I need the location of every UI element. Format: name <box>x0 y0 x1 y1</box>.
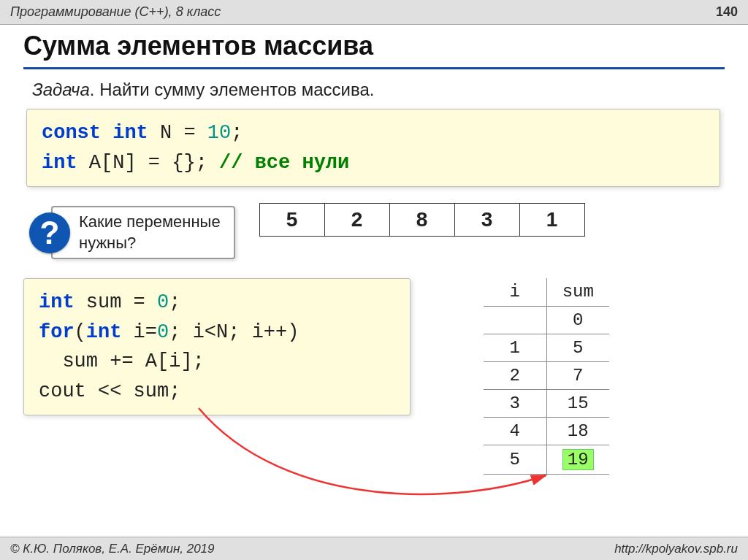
code-comment: // все нули <box>219 152 349 174</box>
task-text: . Найти сумму элементов массива. <box>90 80 375 99</box>
number-literal: 10 <box>207 122 231 144</box>
final-sum-cell: 19 <box>546 445 609 474</box>
code-semi: ; <box>231 122 243 144</box>
array-cell: 1 <box>519 203 585 237</box>
table-row: 27 <box>484 361 609 389</box>
table-row: 15 <box>484 334 609 361</box>
course-label: Программирование (C++), 8 класс <box>10 4 221 20</box>
array-cell: 5 <box>259 203 325 237</box>
table-row: 418 <box>484 417 609 445</box>
array-visual: 5 2 8 3 1 <box>260 203 585 237</box>
question-callout: ? Какие переменные нужны? <box>51 206 235 259</box>
header-bar: Программирование (C++), 8 класс 140 <box>0 0 748 25</box>
table-row: 0 <box>484 306 609 334</box>
trace-table: i sum 0 15 27 315 418 519 <box>484 278 609 475</box>
code-text: i= <box>121 321 157 343</box>
keyword-for: for <box>39 321 75 343</box>
footer-bar: © К.Ю. Поляков, Е.А. Ерёмин, 2019 http:/… <box>0 537 748 560</box>
code-line: for(int i=0; i<N; i++) <box>39 318 395 348</box>
keyword-int: int <box>39 291 75 313</box>
number-literal: 0 <box>157 321 169 343</box>
table-header-row: i sum <box>484 278 609 306</box>
col-header-sum: sum <box>546 278 609 306</box>
number-literal: 0 <box>157 291 169 313</box>
task-line: Задача. Найти сумму элементов массива. <box>23 74 725 109</box>
table-row: 519 <box>484 445 609 474</box>
keyword-int: int <box>112 122 148 144</box>
code-line: sum += A[i]; <box>39 347 395 377</box>
keyword-int: int <box>42 152 77 174</box>
keyword-int: int <box>86 321 122 343</box>
task-label: Задача <box>32 80 90 99</box>
code-eq: = <box>183 122 195 144</box>
array-cell: 3 <box>454 203 520 237</box>
code-text: ; i<N; i++) <box>169 321 299 343</box>
code-line: int A[N] = {}; // все нули <box>42 148 705 178</box>
table-row: 315 <box>484 389 609 417</box>
code-semi: ; <box>169 291 180 313</box>
code-block-declaration: const int N = 10; int A[N] = {}; // все … <box>26 109 720 187</box>
code-line: const int N = 10; <box>42 118 705 148</box>
question-text: Какие переменные нужны? <box>79 212 221 253</box>
array-cell: 2 <box>324 203 390 237</box>
array-cell: 8 <box>389 203 455 237</box>
keyword-const: const <box>42 122 101 144</box>
code-line: int sum = 0; <box>39 288 395 318</box>
question-mark-icon: ? <box>29 212 70 253</box>
code-text: ( <box>75 321 86 343</box>
code-text: A[N] = {}; <box>77 152 219 174</box>
code-block-loop: int sum = 0; for(int i=0; i<N; i++) sum … <box>23 278 411 415</box>
page-number: 140 <box>716 4 738 20</box>
code-line: cout << sum; <box>39 377 395 407</box>
code-text: sum = <box>75 291 157 313</box>
copyright: © К.Ю. Поляков, Е.А. Ерёмин, 2019 <box>10 542 215 556</box>
footer-link: http://kpolyakov.spb.ru <box>614 542 738 556</box>
col-header-i: i <box>484 278 546 306</box>
page-title: Сумма элементов массива <box>23 31 725 69</box>
code-text: N <box>160 122 183 144</box>
